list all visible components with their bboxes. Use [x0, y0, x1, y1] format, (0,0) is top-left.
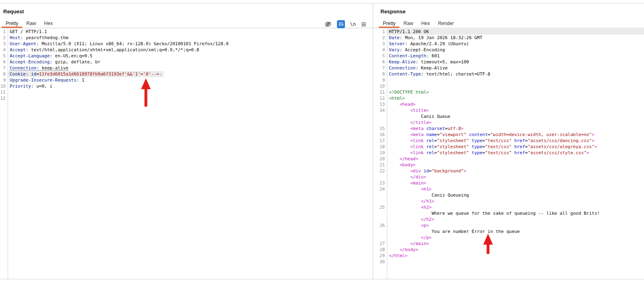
- response-code-line[interactable]: 21 <body>: [373, 162, 644, 168]
- code-line-text[interactable]: Content-Length: 601: [387, 53, 440, 59]
- response-code-line[interactable]: 26 <p>: [373, 222, 644, 228]
- response-code-line[interactable]: 11<!DOCTYPE html>: [373, 89, 644, 95]
- code-line-text[interactable]: Where we queue for the sake of queueing …: [387, 210, 600, 216]
- response-code-line[interactable]: 18 <link rel="stylesheet" type="text/css…: [373, 144, 644, 150]
- code-line-text[interactable]: </title>: [387, 119, 432, 126]
- code-line-text[interactable]: <h2>: [387, 204, 432, 210]
- code-line-text[interactable]: <main>: [387, 180, 426, 186]
- code-line-text[interactable]: </html>: [387, 253, 407, 259]
- code-line-text[interactable]: <meta name="viewport" content="width=dev…: [387, 132, 594, 138]
- code-line-text[interactable]: </p>: [387, 235, 432, 241]
- response-code-line[interactable]: 6Keep-Alive: timeout=5, max=100: [373, 59, 644, 65]
- response-code-line[interactable]: 20 </head>: [373, 156, 644, 162]
- code-line-text[interactable]: <link rel="stylesheet" type="text/css" h…: [387, 144, 597, 150]
- response-code-line[interactable]: 2Date: Mon, 19 Jan 2026 18:32:26 GMT: [373, 35, 644, 41]
- code-line-text[interactable]: <div id="background">: [387, 168, 466, 174]
- code-line-text[interactable]: Priority: u=0, i: [8, 83, 52, 89]
- code-line-text[interactable]: <link rel="stylesheet" type="text/css" h…: [387, 150, 589, 156]
- code-line-text[interactable]: </main>: [387, 241, 429, 247]
- code-line-text[interactable]: Cookie: id=11fe3d6015a1d6618978fb9a6f319…: [8, 71, 164, 77]
- code-line-text[interactable]: </head>: [387, 156, 418, 162]
- response-code-line[interactable]: 27 </main>: [373, 241, 644, 247]
- code-line-text[interactable]: Canis Queueing: [387, 192, 469, 198]
- code-line-text[interactable]: Connection: Keep-Alive: [387, 65, 448, 71]
- response-code-line[interactable]: 24 <h1>: [373, 186, 644, 192]
- response-code-line[interactable]: 14 <title>: [373, 107, 644, 113]
- request-code-line[interactable]: 2Host: yearofthedog.thm: [0, 35, 373, 41]
- request-tab-raw[interactable]: Raw: [22, 19, 40, 28]
- request-tab-pretty[interactable]: Pretty: [2, 19, 22, 28]
- response-tab-render[interactable]: Render: [434, 19, 458, 28]
- response-code-line[interactable]: 25 <h2>: [373, 204, 644, 210]
- code-line-text[interactable]: <html>: [387, 95, 405, 101]
- code-line-text[interactable]: <title>: [387, 107, 429, 113]
- request-code-line[interactable]: 12: [0, 95, 373, 101]
- response-code-line[interactable]: 17 <link rel="stylesheet" type="text/css…: [373, 138, 644, 144]
- request-code-line[interactable]: 5Accept-Language: en-US,en;q=0.5: [0, 53, 373, 59]
- code-line-text[interactable]: </h1>: [387, 198, 434, 204]
- code-line-text[interactable]: </body>: [387, 247, 418, 253]
- response-code-line[interactable]: 15 <meta charset=utf-8>: [373, 126, 644, 132]
- show-newlines-icon[interactable]: \n: [350, 21, 356, 27]
- response-code-line[interactable]: Canis Queue: [373, 113, 644, 119]
- response-code-line[interactable]: Canis Queueing: [373, 192, 644, 198]
- request-code-line[interactable]: 8Cookie: id=11fe3d6015a1d6618978fb9a6f31…: [0, 71, 373, 77]
- response-code-line[interactable]: 7Connection: Keep-Alive: [373, 65, 644, 71]
- code-line-text[interactable]: User-Agent: Mozilla/5.0 (X11; Linux x86_…: [8, 41, 229, 47]
- response-tab-raw[interactable]: Raw: [399, 19, 417, 28]
- code-line-text[interactable]: <meta charset=utf-8>: [387, 126, 463, 132]
- response-code-line[interactable]: 19 <link rel="stylesheet" type="text/css…: [373, 150, 644, 156]
- request-code-line[interactable]: 4Accept: text/html,application/xhtml+xml…: [0, 47, 373, 53]
- request-code-line[interactable]: 11: [0, 89, 373, 95]
- response-code-line[interactable]: </title>: [373, 119, 644, 126]
- code-line-text[interactable]: <!DOCTYPE html>: [387, 89, 429, 95]
- code-line-text[interactable]: Content-Type: text/html; charset=UTF-8: [387, 71, 490, 77]
- request-code-line[interactable]: 6Accept-Encoding: gzip, deflate, br: [0, 59, 373, 65]
- eye-off-icon[interactable]: [324, 21, 332, 27]
- code-line-text[interactable]: Upgrade-Insecure-Requests: 1: [8, 77, 84, 83]
- response-code-line[interactable]: 16 <meta name="viewport" content="width=…: [373, 132, 644, 138]
- code-line-text[interactable]: Keep-Alive: timeout=5, max=100: [387, 59, 469, 65]
- response-code-line[interactable]: </div>: [373, 174, 644, 180]
- code-line-text[interactable]: Date: Mon, 19 Jan 2026 18:32:26 GMT: [387, 35, 482, 41]
- code-line-text[interactable]: <h1>: [387, 186, 432, 192]
- code-line-text[interactable]: Canis Queue: [387, 113, 450, 119]
- code-line-text[interactable]: Host: yearofthedog.thm: [8, 35, 69, 41]
- code-line-text[interactable]: <p>: [387, 222, 429, 228]
- request-code-line[interactable]: 3User-Agent: Mozilla/5.0 (X11; Linux x86…: [0, 41, 373, 47]
- code-line-text[interactable]: Accept-Encoding: gzip, deflate, br: [8, 59, 100, 65]
- response-code-line[interactable]: 5Content-Length: 601: [373, 53, 644, 59]
- code-line-text[interactable]: GET / HTTP/1.1: [8, 29, 47, 35]
- pretty-print-toggle-icon[interactable]: [337, 20, 345, 28]
- request-tab-hex[interactable]: Hex: [40, 19, 56, 28]
- response-code-line[interactable]: 12<html>: [373, 95, 644, 101]
- request-code-line[interactable]: 9Upgrade-Insecure-Requests: 1: [0, 77, 373, 83]
- code-line-text[interactable]: <link rel="stylesheet" type="text/css" h…: [387, 138, 594, 144]
- response-code-line[interactable]: 13 <head>: [373, 101, 644, 107]
- response-code-line[interactable]: 29</html>: [373, 253, 644, 259]
- response-code-line[interactable]: 8Content-Type: text/html; charset=UTF-8: [373, 71, 644, 77]
- response-code-line[interactable]: 23 <main>: [373, 180, 644, 186]
- code-line-text[interactable]: You are number Error in the queue: [387, 228, 520, 235]
- code-line-text[interactable]: </div>: [387, 174, 426, 180]
- response-tab-pretty[interactable]: Pretty: [379, 19, 399, 28]
- request-editor[interactable]: 1GET / HTTP/1.12Host: yearofthedog.thm3U…: [0, 29, 373, 279]
- request-code-line[interactable]: 10Priority: u=0, i: [0, 83, 373, 89]
- code-line-text[interactable]: Connection: keep-alive: [8, 65, 69, 71]
- response-code-line[interactable]: 3Server: Apache/2.4.29 (Ubuntu): [373, 41, 644, 47]
- response-code-line[interactable]: 30: [373, 259, 644, 265]
- response-code-line[interactable]: You are number Error in the queue: [373, 228, 644, 235]
- code-line-text[interactable]: </h2>: [387, 216, 434, 222]
- response-code-line[interactable]: 9: [373, 77, 644, 83]
- editor-menu-icon[interactable]: [361, 22, 366, 27]
- response-editor[interactable]: 1HTTP/1.1 200 OK2Date: Mon, 19 Jan 2026 …: [373, 29, 644, 279]
- response-code-line[interactable]: 10: [373, 83, 644, 89]
- code-line-text[interactable]: <body>: [387, 162, 415, 168]
- response-code-line[interactable]: 22 <div id="background">: [373, 168, 644, 174]
- code-line-text[interactable]: Accept-Language: en-US,en;q=0.5: [8, 53, 92, 59]
- response-code-line[interactable]: </h2>: [373, 216, 644, 222]
- response-code-line[interactable]: </p>: [373, 235, 644, 241]
- code-line-text[interactable]: Accept: text/html,application/xhtml+xml,…: [8, 47, 199, 53]
- response-tab-hex[interactable]: Hex: [417, 19, 434, 28]
- request-code-line[interactable]: 7Connection: keep-alive: [0, 65, 373, 71]
